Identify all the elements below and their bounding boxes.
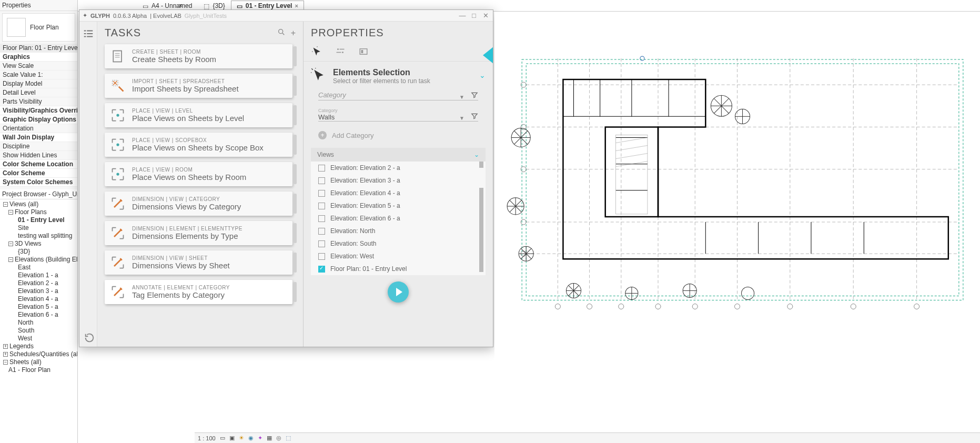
tree-node[interactable]: Elevation 5 - a xyxy=(0,303,77,311)
temp-hide-icon[interactable]: ⬚ xyxy=(286,435,291,441)
view-row[interactable]: Elevation: Elevation 6 - a xyxy=(311,212,486,225)
close-icon[interactable]: × xyxy=(179,2,183,9)
view-row[interactable]: Elevation: Elevation 5 - a xyxy=(311,199,486,212)
view-row[interactable]: Elevation: West xyxy=(311,250,486,263)
views-header[interactable]: Views ⌄ xyxy=(311,148,486,162)
view-row[interactable]: Floor Plan: 01 - Entry Level xyxy=(311,263,486,275)
property-row[interactable]: Show Hidden Lines xyxy=(0,151,77,160)
refresh-icon[interactable] xyxy=(84,332,95,344)
search-icon[interactable] xyxy=(277,28,286,38)
task-card[interactable]: PLACE | VIEW | ROOMPlace Views on Sheets… xyxy=(105,162,292,186)
close-icon[interactable]: × xyxy=(295,3,298,9)
task-card[interactable]: PLACE | VIEW | LEVELPlace Views on Sheet… xyxy=(105,103,292,127)
property-row[interactable]: Parts Visibility xyxy=(0,97,77,106)
close-button[interactable]: ✕ xyxy=(481,12,490,19)
tree-node[interactable]: +Legends xyxy=(0,343,77,350)
view-row[interactable]: Elevation: Elevation 3 - a xyxy=(311,174,486,187)
tree-node[interactable]: A1 - Floor Plan xyxy=(0,366,77,374)
property-row[interactable]: Scale Value 1: xyxy=(0,71,77,79)
property-row[interactable]: Graphics xyxy=(0,53,77,62)
property-row[interactable]: Graphic Display Options xyxy=(0,115,77,124)
tree-node[interactable]: −3D Views xyxy=(0,240,77,248)
checkbox[interactable] xyxy=(318,203,325,209)
category-filter-empty[interactable]: Category ▼ xyxy=(318,91,478,100)
view-control-bar[interactable]: 1 : 100 ▭ ▣ ☀ ◉ ✦ ▦ ◎ ⬚ xyxy=(195,432,980,443)
task-card[interactable]: PLACE | VIEW | SCOPEBOXPlace Views on Sh… xyxy=(105,133,292,157)
checkbox[interactable] xyxy=(318,215,325,222)
minimize-button[interactable]: — xyxy=(458,12,467,19)
checkbox[interactable] xyxy=(318,190,325,197)
task-card[interactable]: DIMENSION | VIEW | CATEGORYDimensions Vi… xyxy=(105,192,292,216)
collapse-handle[interactable] xyxy=(483,47,493,64)
checkbox[interactable] xyxy=(318,177,325,184)
tree-node[interactable]: South xyxy=(0,327,77,335)
checkbox[interactable] xyxy=(318,228,325,235)
checkbox[interactable] xyxy=(318,266,325,273)
property-row[interactable]: Discipline xyxy=(0,142,77,151)
tree-node[interactable]: Elevation 2 - a xyxy=(0,279,77,287)
tree-node[interactable]: {3D} xyxy=(0,248,77,256)
property-row[interactable]: Color Scheme Location xyxy=(0,160,77,169)
task-card[interactable]: IMPORT | SHEET | SPREADSHEETImport Sheet… xyxy=(105,74,292,98)
property-row[interactable]: System Color Schemes xyxy=(0,178,77,187)
browser-tree[interactable]: −Views (all)−Floor Plans01 - Entry Level… xyxy=(0,199,77,375)
run-button[interactable] xyxy=(388,281,409,303)
tree-node[interactable]: Site xyxy=(0,224,77,232)
property-row[interactable]: View Scale xyxy=(0,62,77,71)
tree-node[interactable]: −Floor Plans xyxy=(0,208,77,216)
task-card[interactable]: DIMENSION | ELEMENT | ELEMENTTYPEDimensi… xyxy=(105,221,292,245)
tree-node[interactable]: West xyxy=(0,335,77,343)
tree-node[interactable]: North xyxy=(0,319,77,327)
type-selector[interactable]: Floor Plan xyxy=(2,13,75,42)
tree-node[interactable]: Elevation 3 - a xyxy=(0,287,77,295)
output-tab-icon[interactable] xyxy=(357,45,370,58)
visual-style-icon[interactable]: ▦ xyxy=(267,435,272,441)
shadows-icon[interactable]: ◉ xyxy=(248,435,254,441)
tree-node[interactable]: testing wall splitting xyxy=(0,232,77,240)
selection-tab-icon[interactable] xyxy=(311,45,324,58)
property-row[interactable]: Orientation xyxy=(0,124,77,133)
chevron-down-icon[interactable]: ⌄ xyxy=(479,71,486,79)
add-category-button[interactable]: + Add Category xyxy=(304,129,493,148)
tree-node[interactable]: Elevation 4 - a xyxy=(0,295,77,303)
tree-node[interactable]: Elevation 6 - a xyxy=(0,311,77,319)
property-row[interactable]: Display Model xyxy=(0,79,77,88)
property-row[interactable]: Detail Level xyxy=(0,88,77,97)
tree-node[interactable]: 01 - Entry Level xyxy=(0,216,77,224)
tree-node[interactable]: Elevation 1 - a xyxy=(0,271,77,279)
task-card[interactable]: ANNOTATE | ELEMENT | CATEGORYTag Element… xyxy=(105,280,292,304)
view-row[interactable]: Elevation: South xyxy=(311,237,486,250)
settings-tab-icon[interactable] xyxy=(334,45,347,58)
task-card[interactable]: DIMENSION | VIEW | SHEETDimensions Views… xyxy=(105,250,292,275)
property-row[interactable]: Wall Join Display xyxy=(0,133,77,142)
checkbox[interactable] xyxy=(318,240,325,247)
property-row[interactable]: Color Scheme xyxy=(0,169,77,178)
filter-icon[interactable] xyxy=(471,92,478,99)
views-scrollbar[interactable] xyxy=(479,162,484,275)
tree-node[interactable]: East xyxy=(0,264,77,271)
reveal-icon[interactable]: ◎ xyxy=(276,435,281,441)
render-icon[interactable]: ✦ xyxy=(258,435,262,441)
add-task-icon[interactable]: + xyxy=(291,28,296,38)
maximize-button[interactable]: □ xyxy=(470,12,478,19)
tree-node[interactable]: +Schedules/Quantities (all) xyxy=(0,350,77,358)
filter-icon[interactable] xyxy=(471,113,478,120)
scale-label[interactable]: 1 : 100 xyxy=(198,435,216,441)
view-row[interactable]: Elevation: Elevation 4 - a xyxy=(311,187,486,199)
list-icon[interactable] xyxy=(83,28,94,39)
sun-path-icon[interactable]: ☀ xyxy=(239,435,244,441)
tree-node[interactable]: −Elevations (Building Eleva xyxy=(0,256,77,264)
crop-icon[interactable]: ▭ xyxy=(220,435,225,441)
category-filter[interactable]: Category Walls ▼ xyxy=(318,108,478,122)
checkbox[interactable] xyxy=(318,253,325,260)
view-row[interactable]: Elevation: North xyxy=(311,225,486,237)
view-row[interactable]: Elevation: Elevation 2 - a xyxy=(311,162,486,174)
drawing-canvas[interactable] xyxy=(494,12,980,432)
property-row[interactable]: Visibility/Graphics Overrides xyxy=(0,106,77,115)
checkbox[interactable] xyxy=(318,165,325,172)
tree-node[interactable]: −Views (all) xyxy=(0,200,77,208)
tree-node[interactable]: −Sheets (all) xyxy=(0,358,77,366)
crop-visible-icon[interactable]: ▣ xyxy=(229,435,235,441)
glyph-titlebar[interactable]: ✦ GLYPH 0.0.6.3 Alpha | EvolveLAB Glyph_… xyxy=(79,10,493,22)
task-card[interactable]: CREATE | SHEET | ROOMCreate Sheets by Ro… xyxy=(105,44,292,68)
